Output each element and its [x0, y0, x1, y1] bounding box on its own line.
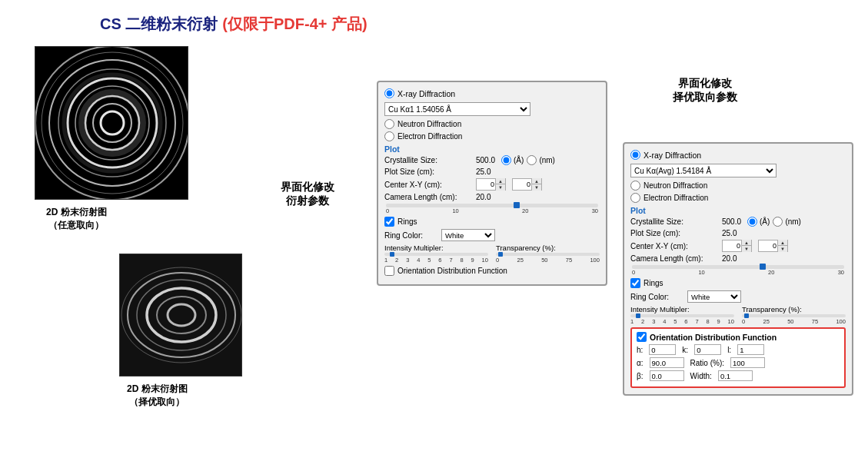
plot-size-value-right: 25.0 — [722, 229, 737, 237]
odf-checkbox-right[interactable] — [637, 332, 647, 342]
camera-thumb-left — [514, 202, 520, 208]
annotation-left-line2: 衍射参数 — [281, 194, 334, 208]
center-y-input-right[interactable] — [759, 242, 777, 250]
intensity-track-left[interactable] — [384, 253, 488, 256]
camera-label-left: Camera Length (cm): — [384, 193, 473, 201]
radio-neutron-left[interactable] — [384, 119, 394, 129]
radio-neutron-right[interactable] — [630, 181, 640, 191]
transparency-thumb-left — [498, 252, 503, 257]
radio-xray-left-label: X-ray Diffraction — [397, 89, 455, 98]
center-x-spinbox-right[interactable]: ▲ ▼ — [722, 240, 752, 252]
unit-a-row-left: (Å) — [501, 155, 524, 165]
camera-track-left[interactable] — [386, 204, 598, 207]
diffraction-image-bottom — [119, 254, 242, 376]
ring-color-row-left: Ring Color: White — [384, 229, 600, 241]
annotation-left-line1: 界面化修改 — [281, 181, 334, 194]
ring-color-label-left: Ring Color: — [384, 231, 438, 240]
camera-row-left: Camera Length (cm): 20.0 — [384, 193, 600, 201]
wavelength-select-row-left: Cu Kα1 1.54056 Å — [384, 102, 600, 116]
radio-electron-label-right: Electron Diffraction — [644, 194, 708, 202]
odf-ratio-label: Ratio (%): — [690, 359, 724, 367]
radio-unit-nm-left[interactable] — [527, 155, 537, 165]
crystallite-value-left: 500.0 — [476, 156, 495, 164]
odf-width-label: Width: — [690, 372, 712, 380]
radio-neutron-row-right: Neutron Diffraction — [630, 181, 846, 191]
radio-unit-a-right[interactable] — [747, 217, 757, 227]
camera-thumb-right — [760, 264, 766, 270]
radio-neutron-label-left: Neutron Diffraction — [397, 120, 461, 128]
odf-checkbox-plain-left: Orientation Distribution Function — [384, 266, 600, 276]
intensity-track-right[interactable] — [630, 314, 734, 317]
panel-left-header: X-ray Diffraction — [384, 88, 600, 98]
title-prefix: CS 二维粉末衍射 — [100, 14, 218, 35]
radio-electron-row-right: Electron Diffraction — [630, 193, 846, 203]
center-row-left: Center X-Y (cm): ▲ ▼ ▲ ▼ — [384, 178, 600, 191]
radio-xray-right-label: X-ray Diffraction — [644, 151, 701, 160]
center-x-up-left[interactable]: ▲ — [496, 178, 505, 184]
radio-unit-nm-right[interactable] — [773, 217, 783, 227]
radio-electron-row-left: Electron Diffraction — [384, 131, 600, 141]
center-y-up-right[interactable]: ▲ — [778, 240, 787, 246]
transparency-ticks-right: 025 5075 100 — [742, 318, 846, 325]
odf-beta-input[interactable] — [650, 370, 684, 381]
center-x-arrows-right: ▲ ▼ — [741, 240, 751, 252]
svg-rect-12 — [120, 254, 241, 376]
label-bottom-line2: （择优取向） — [127, 396, 188, 409]
center-y-input-left[interactable] — [513, 181, 531, 188]
center-y-up-left[interactable]: ▲ — [532, 178, 541, 184]
odf-width-input[interactable] — [718, 370, 753, 381]
rings-label-left: Rings — [397, 217, 417, 226]
odf-checkbox-left[interactable] — [384, 266, 394, 276]
camera-value-left: 20.0 — [476, 193, 491, 201]
wavelength-select-left[interactable]: Cu Kα1 1.54056 Å — [384, 102, 530, 116]
radio-electron-left[interactable] — [384, 131, 394, 141]
center-y-down-right[interactable]: ▼ — [778, 246, 787, 252]
rings-checkbox-right[interactable] — [630, 278, 640, 288]
odf-alpha-input[interactable] — [650, 357, 684, 368]
odf-h-input[interactable] — [649, 344, 676, 355]
plot-section-right: Plot — [630, 206, 846, 215]
odf-k-input[interactable] — [694, 344, 721, 355]
center-x-input-right[interactable] — [723, 242, 741, 250]
crystallite-row-right: Crystallite Size: 500.0 (Å) (nm) — [630, 217, 846, 227]
rings-checkbox-left[interactable] — [384, 217, 394, 227]
center-x-down-left[interactable]: ▼ — [496, 184, 505, 191]
radio-xray-right[interactable] — [630, 150, 640, 160]
odf-checkbox-row-right: Orientation Distribution Function — [637, 332, 840, 342]
transparency-ticks-left: 025 5075 100 — [496, 257, 600, 264]
camera-value-right: 20.0 — [722, 254, 737, 263]
center-x-input-left[interactable] — [477, 181, 495, 188]
camera-track-right[interactable] — [632, 265, 844, 269]
diffraction-image-top — [35, 46, 188, 200]
center-y-spinbox-right[interactable]: ▲ ▼ — [758, 240, 788, 252]
plot-size-row-right: Plot Size (cm): 25.0 — [630, 229, 846, 237]
transparency-thumb-right — [744, 313, 749, 318]
radio-electron-right[interactable] — [630, 193, 640, 203]
wavelength-select-right[interactable]: Cu Kα(Avg) 1.54184 Å — [630, 164, 777, 177]
odf-beta-label: β: — [637, 372, 644, 380]
unit-nm-row-left: (nm) — [527, 155, 555, 165]
center-y-arrows-right: ▲ ▼ — [777, 240, 787, 252]
intensity-ticks-right: 123 456 789 10 — [630, 318, 734, 325]
camera-tick-labels-left: 0 10 20 30 — [386, 207, 598, 214]
ring-color-select-right[interactable]: White — [687, 290, 741, 303]
annotation-right-line1: 界面化修改 — [673, 77, 737, 91]
transparency-track-left[interactable] — [496, 253, 600, 256]
odf-l-input[interactable] — [737, 344, 764, 355]
panel-right-header: X-ray Diffraction — [630, 150, 846, 160]
center-x-spinbox-left[interactable]: ▲ ▼ — [476, 178, 506, 191]
odf-ratio-input[interactable] — [730, 357, 765, 368]
intensity-thumb-left — [390, 252, 394, 257]
radio-unit-a-left[interactable] — [501, 155, 511, 165]
ring-color-select-left[interactable]: White — [441, 229, 495, 241]
radio-xray-left[interactable] — [384, 88, 394, 98]
center-x-down-right[interactable]: ▼ — [742, 246, 751, 252]
odf-alpha-ratio-row: α: Ratio (%): — [637, 357, 840, 368]
center-x-up-right[interactable]: ▲ — [742, 240, 751, 246]
center-label-left: Center X-Y (cm): — [384, 181, 473, 189]
odf-hkl-row: h: k: l: — [637, 344, 840, 355]
center-y-spinbox-left[interactable]: ▲ ▼ — [512, 178, 542, 191]
plot-section-left: Plot — [384, 144, 600, 154]
center-y-down-left[interactable]: ▼ — [532, 184, 541, 191]
transparency-track-right[interactable] — [742, 314, 846, 317]
